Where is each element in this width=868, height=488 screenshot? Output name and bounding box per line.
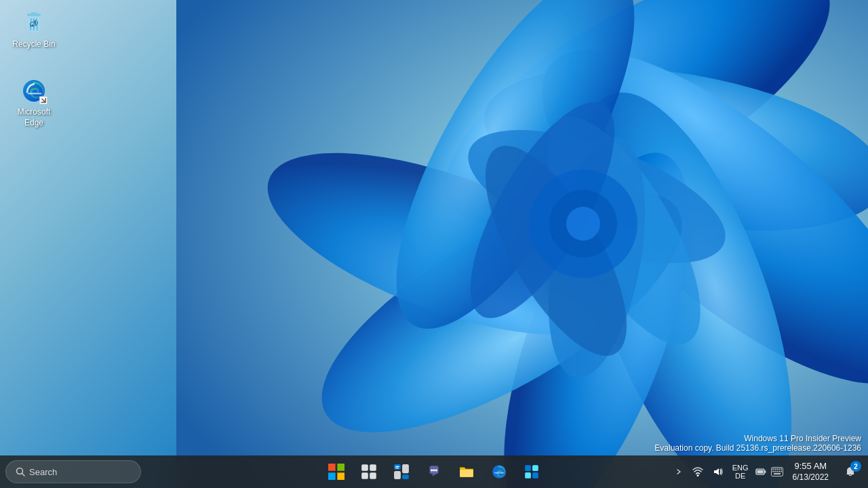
svg-rect-56	[774, 468, 776, 470]
svg-rect-48	[525, 472, 531, 479]
notification-badge: 2	[850, 461, 861, 472]
system-tray: ENG DE	[671, 455, 868, 488]
svg-rect-49	[532, 472, 538, 479]
svg-line-25	[22, 474, 25, 476]
network-button[interactable]	[688, 457, 707, 487]
language-indicator[interactable]: ENG DE	[729, 457, 752, 487]
widgets-button[interactable]	[387, 457, 416, 487]
recycle-bin-image	[20, 9, 47, 37]
svg-rect-31	[370, 464, 376, 471]
svg-rect-55	[772, 468, 774, 470]
svg-rect-57	[776, 468, 778, 470]
svg-rect-27	[337, 464, 344, 471]
volume-button[interactable]	[709, 457, 728, 487]
recycle-bin-icon[interactable]: Recycle Bin	[7, 7, 61, 53]
svg-rect-47	[532, 465, 538, 471]
svg-rect-62	[776, 471, 778, 472]
taskbar-center	[321, 457, 547, 487]
svg-rect-65	[774, 473, 781, 474]
svg-rect-44	[460, 470, 473, 477]
svg-rect-59	[781, 468, 782, 470]
svg-point-43	[435, 469, 437, 471]
svg-rect-37	[402, 474, 409, 479]
svg-rect-28	[328, 472, 336, 480]
svg-rect-58	[778, 468, 780, 470]
ime-button[interactable]	[770, 457, 785, 487]
svg-rect-60	[772, 471, 774, 472]
edge-taskbar-button[interactable]	[484, 457, 514, 487]
svg-point-50	[696, 474, 698, 476]
desktop: Recycle Bin	[0, 0, 868, 488]
svg-rect-46	[525, 465, 531, 471]
svg-rect-30	[361, 464, 368, 471]
microsoft-edge-image	[20, 77, 47, 104]
svg-point-41	[431, 469, 433, 471]
shortcut-arrow	[39, 96, 47, 104]
svg-point-16	[566, 207, 600, 241]
svg-rect-26	[328, 464, 336, 471]
language-top: ENG	[732, 464, 749, 472]
clock[interactable]: 9:55 AM 6/13/2022	[786, 457, 835, 487]
notification-center-button[interactable]: 2	[837, 457, 864, 487]
svg-rect-29	[337, 472, 344, 480]
task-view-button[interactable]	[354, 457, 384, 487]
search-box[interactable]: Search	[5, 460, 141, 483]
svg-rect-52	[764, 470, 766, 473]
svg-rect-35	[402, 464, 409, 473]
svg-rect-32	[361, 472, 368, 479]
battery-button[interactable]	[753, 457, 768, 487]
search-icon	[16, 467, 25, 476]
svg-rect-53	[757, 470, 763, 474]
svg-point-42	[433, 469, 435, 471]
svg-rect-33	[370, 472, 376, 479]
file-explorer-button[interactable]	[452, 457, 481, 487]
microsoft-edge-label: Microsoft Edge	[9, 107, 58, 128]
wallpaper-bloom	[176, 0, 868, 488]
svg-rect-63	[778, 471, 780, 472]
svg-rect-64	[781, 471, 782, 472]
language-bottom: DE	[735, 472, 745, 480]
show-hidden-icons-button[interactable]	[671, 457, 687, 487]
svg-rect-36	[394, 471, 401, 479]
taskbar: Search	[0, 455, 868, 488]
clock-time: 9:55 AM	[794, 461, 827, 472]
clock-date: 6/13/2022	[793, 472, 829, 483]
store-button[interactable]	[517, 457, 547, 487]
recycle-bin-label: Recycle Bin	[12, 39, 55, 50]
svg-rect-18	[31, 12, 37, 15]
svg-rect-61	[774, 471, 776, 472]
chat-button[interactable]	[419, 457, 449, 487]
microsoft-edge-icon[interactable]: Microsoft Edge	[7, 75, 61, 131]
search-label: Search	[29, 467, 57, 477]
start-button[interactable]	[321, 457, 351, 487]
